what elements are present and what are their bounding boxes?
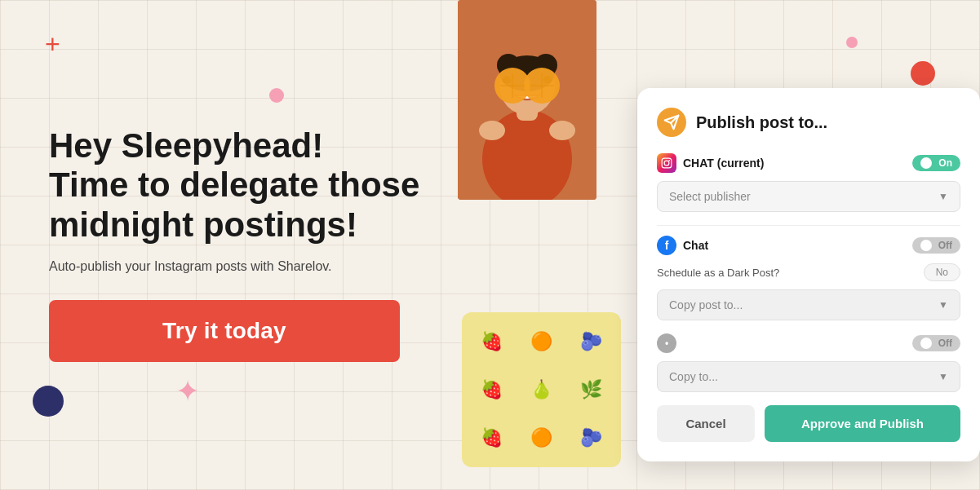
woman-photo <box>458 0 596 200</box>
svg-point-7 <box>479 121 505 140</box>
toggle-dot-other <box>920 338 932 349</box>
svg-point-19 <box>668 160 670 161</box>
instagram-label: CHAT (current) <box>683 157 764 170</box>
platform-info-other: • <box>657 333 676 353</box>
modal-header: Publish post to... <box>657 108 960 137</box>
svg-point-18 <box>664 161 669 166</box>
modal-icon <box>657 108 686 137</box>
toggle-label: On <box>938 157 952 169</box>
platform-info-facebook: f Chat <box>657 236 708 255</box>
fruit-item: 🟠 <box>518 319 565 364</box>
instagram-row: CHAT (current) On <box>657 153 960 173</box>
dropdown-label: Select publisher <box>669 190 751 203</box>
divider <box>657 225 960 226</box>
modal-footer: Cancel Approve and Publish <box>657 405 960 442</box>
toggle-dot-fb <box>920 240 932 251</box>
approve-publish-button[interactable]: Approve and Publish <box>765 405 960 442</box>
modal-title: Publish post to... <box>696 113 827 132</box>
instagram-toggle[interactable]: On <box>912 155 960 171</box>
fruit-item: 🫐 <box>568 416 614 461</box>
publish-modal: Publish post to... CHAT (current) On <box>637 88 980 461</box>
facebook-label: Chat <box>683 239 708 252</box>
other-icon: • <box>657 333 676 353</box>
fruit-item: 🍓 <box>468 319 515 364</box>
dot-pink-icon <box>269 88 284 103</box>
fruit-item: 🌿 <box>568 367 614 412</box>
facebook-row: f Chat Off <box>657 236 960 255</box>
right-section: 🍓 🟠 🫐 🍓 🍐 🌿 🍓 🟠 🫐 Publish post to... <box>458 0 980 490</box>
copy-post-dropdown[interactable]: Copy post to... ▼ <box>657 289 960 320</box>
cross-red-icon <box>45 31 60 57</box>
cross-pink-icon <box>175 374 200 408</box>
fruit-item: 🍓 <box>468 416 515 461</box>
fruit-item: 🍐 <box>518 367 565 412</box>
fruit-grid: 🍓 🟠 🫐 🍓 🍐 🌿 🍓 🟠 🫐 <box>462 312 621 467</box>
svg-point-8 <box>549 121 575 140</box>
instagram-icon <box>657 153 676 173</box>
fruit-photo: 🍓 🟠 🫐 🍓 🍐 🌿 🍓 🟠 🫐 <box>462 312 621 467</box>
dropdown-arrow-icon: ▼ <box>938 191 948 202</box>
svg-point-12 <box>543 76 552 84</box>
fruit-item: 🟠 <box>518 416 565 461</box>
dark-post-value: No <box>924 263 960 281</box>
toggle-dot <box>920 157 932 169</box>
svg-rect-17 <box>662 158 672 168</box>
svg-point-10 <box>503 76 511 84</box>
facebook-toggle[interactable]: Off <box>912 237 960 254</box>
platform-info-instagram: CHAT (current) <box>657 153 764 173</box>
copy-dropdown-arrow-icon: ▼ <box>938 299 948 311</box>
copy-to-dropdown[interactable]: Copy to... ▼ <box>657 361 960 392</box>
subtext: Auto-publish your Instagram posts with S… <box>49 259 449 274</box>
fruit-item: 🫐 <box>568 319 614 364</box>
other-toggle[interactable]: Off <box>912 335 960 351</box>
copy-to-arrow-icon: ▼ <box>938 371 948 382</box>
left-content: Hey Sleepyhead! Time to delegate those m… <box>49 126 449 362</box>
headline: Hey Sleepyhead! Time to delegate those m… <box>49 126 449 245</box>
copy-to-label: Copy to... <box>669 370 718 383</box>
facebook-icon: f <box>657 236 676 255</box>
select-publisher-dropdown[interactable]: Select publisher ▼ <box>657 181 960 212</box>
cancel-button[interactable]: Cancel <box>657 405 755 442</box>
cta-button[interactable]: Try it today <box>49 300 400 362</box>
fruit-item: 🍓 <box>468 367 515 412</box>
dark-post-label: Schedule as a Dark Post? <box>657 267 779 279</box>
dark-post-row: Schedule as a Dark Post? No <box>657 263 960 281</box>
copy-dropdown-label: Copy post to... <box>669 298 743 311</box>
other-row: • Off <box>657 333 960 353</box>
toggle-label-other: Off <box>938 338 952 349</box>
dot-blue-icon <box>33 386 64 417</box>
toggle-label-fb: Off <box>938 240 952 251</box>
